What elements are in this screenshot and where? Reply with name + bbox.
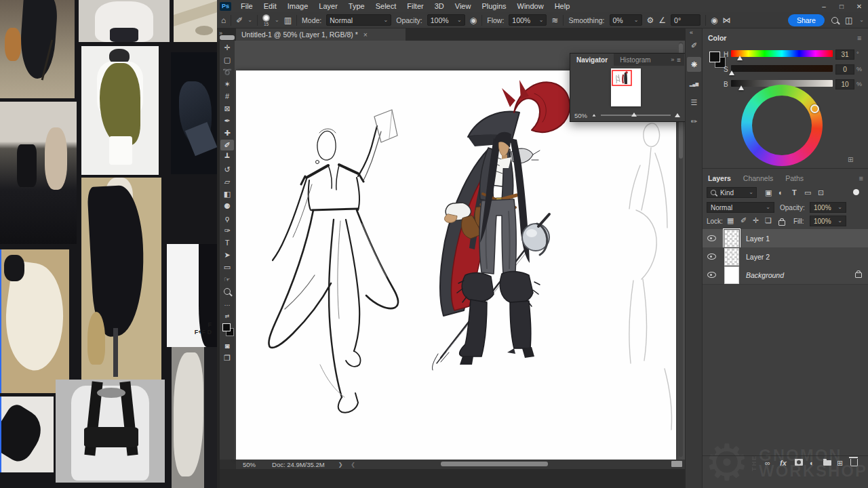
lock-position-icon[interactable]: ✛ [753, 216, 759, 225]
lock-artboard-icon[interactable]: ❏ [765, 216, 772, 225]
filter-type-layers-icon[interactable]: T [792, 188, 797, 197]
visibility-toggle[interactable] [703, 253, 720, 260]
flow-select[interactable]: 100% ⌄ [509, 14, 547, 26]
color-panel-menu-icon[interactable]: ≡ [857, 34, 861, 42]
lock-pixels-icon[interactable]: ✐ [741, 216, 747, 225]
layer-thumbnail[interactable] [724, 230, 739, 247]
adjustment-layer-icon[interactable]: ◐ [810, 459, 814, 467]
brush-size-preview[interactable]: 15 [262, 14, 270, 26]
eraser-tool[interactable]: ▱ [220, 176, 234, 187]
eyedropper-tool[interactable]: ✒ [220, 115, 234, 126]
pressure-opacity-icon[interactable]: ◉ [470, 16, 477, 24]
layer-row-background[interactable]: Background [703, 266, 868, 285]
search-icon[interactable] [831, 17, 838, 24]
chevron-down-icon[interactable]: ⌄ [859, 18, 864, 23]
saturation-slider[interactable] [731, 65, 833, 72]
tab-paths[interactable]: Paths [785, 174, 804, 182]
menu-type[interactable]: Type [343, 2, 370, 10]
opacity-select[interactable]: 100% ⌄ [427, 14, 465, 26]
menu-window[interactable]: Window [512, 2, 549, 10]
reference-photo-leather-armor[interactable] [171, 52, 217, 174]
reference-photo-boot[interactable] [0, 396, 54, 472]
gradient-tool[interactable]: ◧ [220, 188, 234, 199]
tab-channels[interactable]: Channels [743, 174, 773, 182]
menu-layer[interactable]: Layer [313, 2, 343, 10]
reference-photo-street-coat[interactable] [0, 0, 75, 98]
lock-transparency-icon[interactable]: ▦ [727, 216, 734, 225]
pressure-size-icon[interactable]: ◉ [711, 16, 717, 24]
tab-layers[interactable]: Layers [708, 174, 731, 182]
filter-smart-objects-icon[interactable]: ⊡ [818, 188, 824, 197]
brightness-slider-thumb[interactable] [738, 85, 744, 90]
history-brush-tool[interactable]: ↺ [220, 164, 234, 175]
panel-collapse-icon[interactable]: » [671, 56, 677, 63]
smoothing-options-gear-icon[interactable]: ⚙ [647, 16, 654, 24]
pen-tool[interactable]: ✑ [220, 225, 234, 236]
brush-tool[interactable]: ✐ [220, 140, 234, 150]
document-tab[interactable]: Untitled-1 @ 50% (Layer 1, RGB/8) * × [236, 28, 406, 41]
status-zoom-level[interactable]: 50% [236, 461, 262, 468]
menu-select[interactable]: Select [370, 2, 402, 10]
saturation-value[interactable]: 0 [835, 64, 854, 75]
quick-mask-button[interactable]: ◙ [220, 340, 234, 351]
saturation-slider-thumb[interactable] [729, 70, 734, 75]
hue-value[interactable]: 31 [835, 49, 854, 60]
reference-photo-white-blouse[interactable] [79, 0, 170, 42]
canvas[interactable] [236, 70, 676, 460]
spot-healing-tool[interactable]: ✚ [220, 127, 234, 138]
menu-edit[interactable]: Edit [258, 2, 282, 10]
filter-shape-layers-icon[interactable]: ▭ [804, 188, 811, 197]
menu-plugins[interactable]: Plugins [476, 2, 511, 10]
menu-filter[interactable]: Filter [401, 2, 429, 10]
brush-angle-input[interactable]: 0° [671, 14, 701, 26]
brushes-panel-icon[interactable]: ✐ [687, 38, 701, 53]
reference-photo-cream-fabric[interactable] [174, 0, 217, 42]
path-selection-tool[interactable]: ➤ [220, 249, 234, 260]
scrollbar-corner[interactable] [671, 461, 682, 467]
zoom-out-icon[interactable] [593, 114, 596, 117]
color-panel-expand-icon[interactable]: ⊞ [848, 156, 853, 163]
brush-panel-toggle-icon[interactable]: ▥ [284, 16, 292, 24]
crop-tool[interactable]: # [220, 91, 234, 102]
tab-color[interactable]: Color [708, 34, 726, 42]
brush-preset-icon[interactable]: ✐ [236, 16, 243, 24]
zoom-tool[interactable] [220, 286, 234, 297]
minimize-button[interactable]: – [815, 3, 833, 10]
dodge-tool[interactable]: ϙ [220, 213, 234, 224]
reference-photo-harness-shirt[interactable] [56, 380, 165, 483]
horizontal-scrollbar-thumb[interactable] [441, 462, 548, 466]
reference-photo-lace-sleeve[interactable] [172, 347, 217, 488]
filter-pixel-layers-icon[interactable]: ▣ [765, 188, 772, 197]
triangle-selector[interactable] [766, 142, 774, 150]
maximize-button[interactable]: □ [833, 3, 850, 10]
chevron-down-icon[interactable]: ⌄ [275, 18, 279, 23]
tab-navigator[interactable]: Navigator [570, 54, 614, 66]
link-layers-icon[interactable]: ∞ [765, 459, 770, 467]
shape-tool[interactable]: ▭ [220, 262, 234, 272]
status-arrow-left-icon[interactable]: ❮ [347, 462, 359, 468]
filter-toggle[interactable] [853, 189, 859, 195]
panel-menu-icon[interactable]: ≡ [677, 56, 684, 64]
menu-view[interactable]: View [450, 2, 477, 10]
smoothing-select[interactable]: 0% ⌄ [610, 14, 642, 26]
reference-photo-chiffon-drape[interactable] [0, 249, 69, 393]
clone-stamp-tool[interactable]: ┻ [220, 152, 234, 163]
layer-style-icon[interactable]: fx [780, 459, 787, 467]
blur-tool[interactable]: ⚈ [220, 201, 234, 211]
airbrush-icon[interactable]: ≋ [551, 16, 558, 24]
new-group-icon[interactable] [823, 459, 831, 467]
type-tool[interactable]: T [220, 237, 234, 248]
menu-file[interactable]: File [235, 2, 258, 10]
color-wheel-triangle[interactable] [753, 96, 812, 155]
layer-row-layer1[interactable]: Layer 1 [703, 229, 868, 248]
menu-help[interactable]: Help [549, 2, 576, 10]
status-arrow-right-icon[interactable]: ❯ [334, 462, 347, 468]
color-wheel-panel-icon[interactable]: ❋ [687, 57, 701, 72]
lock-all-icon[interactable] [778, 219, 785, 227]
tab-histogram[interactable]: Histogram [614, 54, 657, 66]
tab-close-icon[interactable]: × [363, 30, 368, 39]
blend-mode-select[interactable]: Normal ⌄ [326, 14, 391, 26]
reference-photo-black-dress[interactable] [81, 178, 161, 381]
menu-3d[interactable]: 3D [429, 2, 450, 10]
visibility-toggle[interactable] [703, 272, 720, 278]
